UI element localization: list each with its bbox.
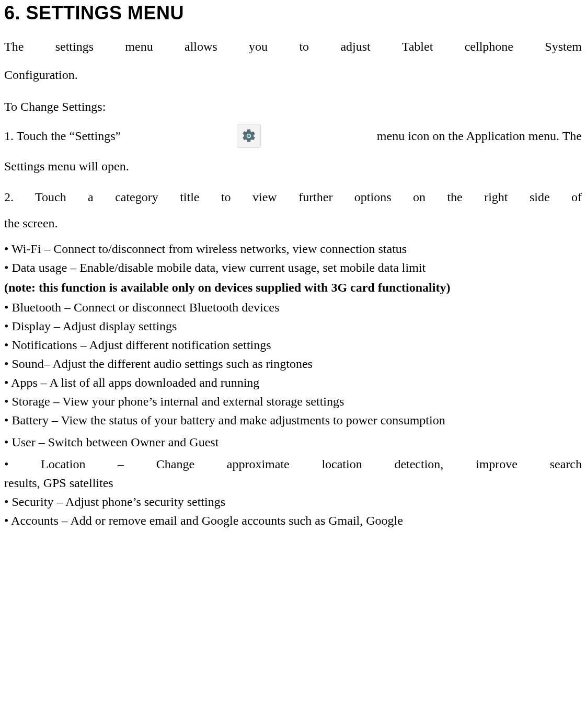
svg-point-0 (247, 134, 250, 137)
section-title: 6. SETTINGS MENU (4, 2, 582, 24)
note-3g: (note: this function is available only o… (4, 278, 582, 297)
step-1-continuation: Settings menu will open. (4, 153, 582, 179)
bullet-apps: • Apps – A list of all apps downloaded a… (4, 373, 582, 392)
to-change-heading: To Change Settings: (4, 94, 582, 120)
intro-line-1: The settings menu allows you to adjust T… (4, 33, 582, 60)
bullet-storage: • Storage – View your phone’s internal a… (4, 392, 582, 411)
bullet-bluetooth: • Bluetooth – Connect or disconnect Blue… (4, 298, 582, 317)
bullet-accounts: • Accounts – Add or remove email and Goo… (4, 511, 582, 530)
bullet-location-l2: results, GPS satellites (4, 473, 582, 492)
settings-gear-icon (237, 124, 261, 148)
bullet-notifications: • Notifications – Adjust different notif… (4, 336, 582, 354)
intro-line-2: Configuration. (4, 62, 582, 88)
step-1-text-right: menu icon on the Application menu. The (377, 129, 582, 143)
bullet-location-l1: • Location – Change approximate location… (4, 455, 582, 473)
bullet-user: • User – Switch between Owner and Guest (4, 430, 582, 455)
bullet-security: • Security – Adjust phone’s security set… (4, 492, 582, 511)
step-2-line-2: the screen. (4, 210, 582, 236)
bullet-sound: • Sound– Adjust the different audio sett… (4, 354, 582, 373)
bullet-battery: • Battery – View the status of your batt… (4, 411, 582, 430)
step-2-line-1: 2. Touch a category title to view furthe… (4, 184, 582, 210)
bullet-data-usage: • Data usage – Enable/disable mobile dat… (4, 258, 582, 277)
bullet-display: • Display – Adjust display settings (4, 317, 582, 336)
step-1-row: 1. Touch the “Settings” menu icon on the… (4, 124, 582, 148)
step-1-text-left: 1. Touch the “Settings” (4, 129, 121, 143)
bullet-wifi: • Wi-Fi – Connect to/disconnect from wir… (4, 239, 582, 258)
